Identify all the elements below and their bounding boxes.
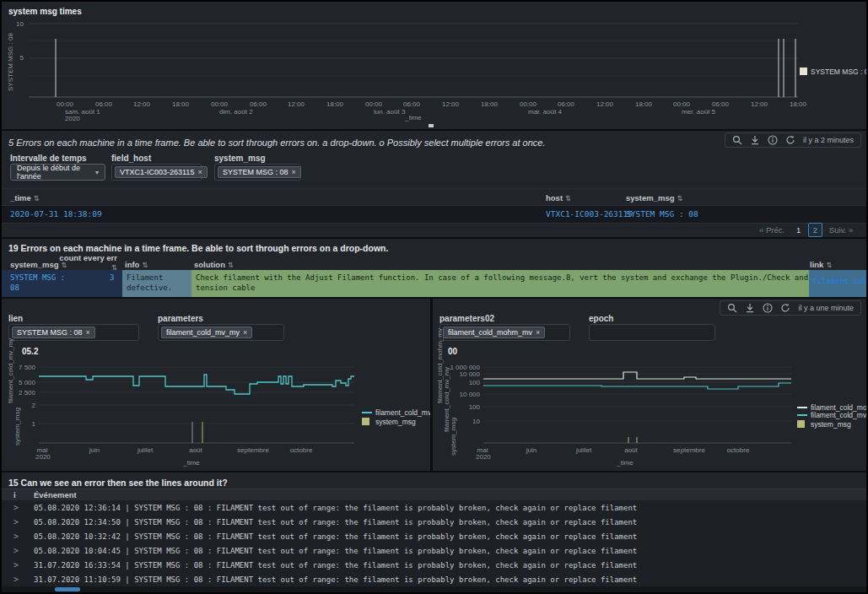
chevron-down-icon: ▾ [95,169,99,176]
x-tick: 18:00 [781,100,815,108]
expand-chevron-icon[interactable]: > [13,575,19,584]
sort-icon: ⇅ [826,261,832,269]
close-icon[interactable]: × [197,168,202,176]
legend-item[interactable]: filament_cold_mv_my [375,408,430,417]
info-icon[interactable] [768,135,778,145]
x-tick: août [614,446,648,454]
x-tick: 12:00 [279,100,313,108]
x-axis-label: _time [608,459,642,467]
x-axis-label: _time [175,459,208,467]
pagination-page-2-active[interactable]: 2 [808,223,822,237]
last-refresh-time: il y a 2 minutes [803,136,854,144]
refresh-icon[interactable] [785,135,795,145]
horizontal-scrollbar-thumb[interactable] [55,587,80,591]
x-tick: 12:00 [125,100,159,108]
x-tick: 00:00 [202,100,236,108]
expand-chevron-icon[interactable]: > [13,532,19,541]
expand-chevron-icon[interactable]: > [13,517,19,526]
column-header-time[interactable]: _time⇅ [10,193,40,202]
system-msg-input[interactable]: SYSTEM MSG : 08 × [214,164,301,181]
horizontal-scrollbar-track[interactable] [2,586,866,592]
chart-scrollbar-thumb[interactable] [429,124,434,127]
filament-mv-line [483,383,791,389]
sort-icon: ⇅ [142,261,148,269]
expand-chevron-icon[interactable]: > [13,560,19,570]
column-header-count[interactable]: count every err⇅ [54,253,117,272]
column-header-info[interactable]: info⇅ [125,260,148,269]
x-tick: septembre [236,446,270,454]
x-tick: 18:00 [472,100,506,108]
cell-host[interactable]: VTXC1-IC003-263115 [546,209,633,219]
cell-system-msg[interactable]: SYSTEM MSG : 08 3 [2,270,122,297]
link-value[interactable]: filament_cold_mv_my [812,277,866,285]
legend-item[interactable]: SYSTEM MSG : 08 [811,68,866,76]
event-row[interactable]: > 05.08.2020 12:34:50 | SYSTEM MSG : 08 … [2,515,866,530]
pagination-page-1[interactable]: 1 [796,225,801,235]
x-tick: 18:00 [318,100,352,108]
event-row[interactable]: > 31.07.2020 11:10:59 | SYSTEM MSG : 08 … [2,572,866,586]
x-tick: 06:00 [704,100,737,108]
panel-filament-mv-chart: lien SYSTEM MSG : 08 × parameters filame… [2,299,430,471]
x-year-label: 2020 [65,115,80,122]
panel-heading: 15 Can we see an error then see the line… [8,478,228,488]
expand-chevron-icon[interactable]: > [13,503,19,512]
event-text: 31.07.2020 11:10:59 | SYSTEM MSG : 08 : … [34,575,637,584]
table-row[interactable] [2,205,866,224]
search-icon[interactable] [732,135,742,145]
time-range-dropdown[interactable]: Depuis le début de l'année ▾ [10,164,105,181]
cell-solution: Check filament with the Adjust Filament … [191,270,809,297]
legend-swatch-line[interactable] [797,407,807,408]
x-day-label: mar. août 4 [528,108,562,116]
event-row[interactable]: > 05.08.2020 12:36:14 | SYSTEM MSG : 08 … [2,500,866,516]
cell-system-msg[interactable]: SYSTEM MSG : 08 [626,209,698,219]
expand-chevron-icon[interactable]: > [13,546,19,555]
count-value: 3 [110,273,114,282]
close-icon[interactable]: × [292,168,296,176]
system-msg-tag[interactable]: SYSTEM MSG : 08 × [218,166,301,178]
field-host-tag[interactable]: VTXC1-IC003-263115 × [115,166,208,178]
msg-times-chart [2,2,866,129]
field-host-input[interactable]: VTXC1-IC003-263115 × [111,164,202,181]
legend-swatch-line[interactable] [797,414,807,416]
sort-icon: ⇅ [677,194,683,202]
column-header-host[interactable]: host⇅ [546,193,571,202]
column-header-solution[interactable]: solution⇅ [194,260,234,269]
column-header-system-msg[interactable]: system_msg⇅ [626,193,683,202]
x-tick: 18:00 [164,100,197,108]
msg-times-spikes [56,39,795,97]
panel-errors-drilldown: il y a 2 minutes 5 Errors on each machin… [2,131,866,237]
legend-item[interactable]: filament_cold_mv_my [811,411,866,419]
download-icon[interactable] [750,135,760,145]
system-msg-value[interactable]: SYSTEM MSG : [10,273,65,282]
x-tick: 12:00 [742,100,776,108]
x-tick: 00:00 [511,100,545,108]
pagination-next-button[interactable]: Suiv. » [829,225,853,235]
x-tick: 00:00 [48,100,82,108]
x-tick: 18:00 [627,100,660,108]
legend-swatch-square[interactable] [797,420,805,428]
event-text: 05.08.2020 10:32:42 | SYSTEM MSG : 08 : … [34,532,637,541]
x-tick: août [179,446,213,454]
legend-swatch-square[interactable] [362,418,369,425]
event-row[interactable]: > 31.07.2020 16:33:54 | SYSTEM MSG : 08 … [2,558,866,573]
panel-heading: 5 Errors on each machine in a time frame… [8,138,545,148]
column-header-expand: i [13,490,16,500]
cell-time[interactable]: 2020-07-31 18:38:09 [10,209,102,219]
pagination-prev-button[interactable]: « Préc. [759,225,784,235]
x-year-label: 2020 [476,453,491,461]
event-row[interactable]: > 05.08.2020 10:32:42 | SYSTEM MSG : 08 … [2,529,866,544]
event-row[interactable]: > 05.08.2020 10:04:45 | SYSTEM MSG : 08 … [2,543,866,559]
legend-swatch-line[interactable] [362,412,372,413]
field-host-label: field_host [111,154,151,163]
system-msg-label: system_msg [214,154,266,163]
cell-link[interactable]: filament_cold_mv_my [809,270,866,297]
legend-swatch[interactable] [800,68,807,75]
system-msg-value[interactable]: 08 [10,284,19,292]
legend-item[interactable]: system_msg [375,418,416,426]
filament-mv-chart [2,299,430,471]
x-tick: 00:00 [665,100,698,108]
legend-item[interactable]: system_msg [811,420,851,429]
column-header-link[interactable]: link⇅ [810,260,833,269]
column-header-event[interactable]: Événement [34,490,77,500]
time-range-label: Intervalle de temps [10,154,87,163]
